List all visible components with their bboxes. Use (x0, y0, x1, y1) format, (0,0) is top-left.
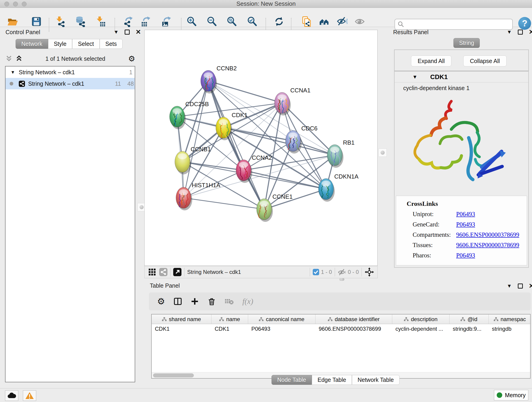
network-share-icon (19, 81, 25, 87)
network-canvas[interactable]: CCNB2CCNA1CDC25BCDK1CDC6RB1CCNB1CCNA2CDK… (144, 30, 378, 266)
crosslink-link[interactable]: P06493 (456, 211, 475, 218)
network-view-share-icon[interactable] (159, 268, 167, 276)
table-options-gear-icon[interactable]: ⚙ (157, 296, 165, 306)
horizontal-splitter-handle[interactable] (337, 278, 346, 281)
network-edge[interactable] (184, 81, 208, 198)
search-input[interactable] (404, 21, 507, 27)
expand-all-button[interactable]: Expand All (411, 56, 451, 66)
zoom-window-button[interactable] (22, 2, 27, 6)
minimize-window-button[interactable] (13, 2, 18, 6)
add-column-icon[interactable] (191, 297, 199, 306)
warnings-button[interactable] (23, 390, 36, 401)
show-columns-icon[interactable] (174, 297, 182, 306)
collapse-all-button[interactable]: Collapse All (463, 56, 507, 66)
delete-column-icon[interactable] (208, 297, 216, 306)
float-panel-icon[interactable] (125, 30, 130, 35)
open-session-button[interactable] (6, 16, 18, 27)
open-in-window-icon[interactable] (173, 268, 181, 276)
delete-table-icon[interactable] (225, 298, 234, 305)
network-node-cdkn1a[interactable]: CDKN1A (318, 173, 359, 202)
network-edge[interactable] (208, 81, 264, 209)
import-network-from-database-button[interactable] (75, 16, 86, 27)
table-row[interactable]: CDK1CDK1P064939606.ENSP00000378699cyclin… (152, 324, 530, 334)
collapse-all-icon[interactable] (6, 55, 12, 62)
table-cell[interactable]: P06493 (248, 324, 316, 334)
column-header-id[interactable]: @id (450, 314, 489, 324)
tab-edge-table[interactable]: Edge Table (312, 375, 352, 385)
float-panel-icon[interactable] (518, 30, 523, 35)
column-header-databaseidentifier[interactable]: database identifier (316, 314, 392, 324)
import-table-button[interactable] (94, 16, 106, 27)
network-edge[interactable] (184, 198, 264, 209)
tab-network-table[interactable]: Network Table (352, 375, 399, 385)
zoom-fit-button[interactable] (226, 16, 238, 27)
network-row[interactable]: String Network – cdk1 11 48 (6, 78, 135, 89)
crosslink-link[interactable]: 9606.ENSP00000378699 (456, 242, 519, 249)
table-cell[interactable]: CDK1 (211, 324, 248, 334)
table-cell[interactable]: 9606.ENSP00000378699 (316, 324, 392, 334)
network-edge[interactable] (208, 81, 335, 155)
network-collection-row[interactable]: ▼ String Network – cdk1 1 (6, 66, 135, 78)
zoom-selected-button[interactable] (246, 16, 258, 27)
hidden-eye-icon[interactable] (338, 268, 346, 276)
close-window-button[interactable] (4, 2, 9, 6)
scrollbar-thumb[interactable] (153, 373, 194, 377)
panel-menu-caret-icon[interactable]: ▼ (507, 283, 512, 289)
function-builder-icon[interactable]: f(x) (242, 297, 253, 306)
hide-selected-button[interactable] (336, 16, 348, 27)
network-node-ccnb2[interactable]: CCNB2 (201, 65, 237, 94)
zoom-in-button[interactable] (186, 16, 197, 27)
tab-sets[interactable]: Sets (100, 39, 123, 49)
new-network-from-selection-button[interactable] (301, 16, 313, 27)
table-cell[interactable]: stringdb (489, 324, 531, 334)
table-cell[interactable]: cyclin-dependent ... (392, 324, 450, 334)
network-node-ccne1[interactable]: CCNE1 (257, 193, 293, 222)
first-neighbors-button[interactable] (318, 16, 330, 27)
pan-crosshair-icon[interactable] (365, 267, 374, 277)
save-session-button[interactable] (31, 16, 42, 27)
apply-layout-button[interactable] (273, 16, 285, 27)
export-image-button[interactable] (160, 16, 172, 27)
network-node-rb1[interactable]: RB1 (327, 139, 355, 168)
zoom-out-button[interactable] (206, 16, 218, 27)
right-splitter-handle[interactable] (379, 148, 387, 157)
column-header-sharedname[interactable]: shared name (152, 314, 211, 324)
column-header-name[interactable]: name (211, 314, 248, 324)
section-collapse-caret-icon[interactable]: ▼ (412, 74, 418, 80)
show-all-button[interactable] (354, 16, 366, 27)
export-table-button[interactable] (140, 16, 152, 27)
crosslink-link[interactable]: 9606.ENSP00000378699 (456, 231, 519, 238)
close-panel-icon[interactable]: ✕ (136, 29, 141, 35)
collection-expand-caret-icon[interactable]: ▼ (11, 70, 15, 75)
cdk1-section-header[interactable]: ▼ CDK1 (394, 71, 528, 83)
network-options-gear-icon[interactable]: ⚙ (128, 54, 135, 63)
export-network-button[interactable] (122, 16, 134, 27)
network-edge[interactable] (208, 81, 282, 103)
column-header-canonicalname[interactable]: canonical name (248, 314, 316, 324)
network-edge[interactable] (223, 128, 335, 155)
cloud-button[interactable] (5, 390, 18, 401)
column-header-description[interactable]: description (392, 314, 450, 324)
table-cell[interactable]: CDK1 (152, 324, 211, 334)
tab-string[interactable]: String (453, 38, 480, 48)
close-panel-icon[interactable]: ✕ (529, 29, 532, 35)
tab-node-table[interactable]: Node Table (272, 375, 312, 385)
memory-button[interactable]: Memory (494, 390, 528, 400)
panel-menu-caret-icon[interactable]: ▼ (114, 29, 119, 35)
crosslink-link[interactable]: P06493 (456, 221, 475, 228)
import-network-button[interactable] (54, 16, 66, 27)
tab-network[interactable]: Network (16, 39, 48, 49)
grid-view-icon[interactable] (148, 268, 156, 276)
network-node-ccna1[interactable]: CCNA1 (274, 87, 310, 115)
column-header-namespac[interactable]: namespac (489, 314, 531, 324)
float-panel-icon[interactable] (518, 283, 523, 288)
panel-menu-caret-icon[interactable]: ▼ (507, 29, 512, 35)
network-edge[interactable] (244, 170, 326, 189)
tab-style[interactable]: Style (48, 39, 72, 49)
expand-all-icon[interactable] (16, 55, 22, 62)
close-panel-icon[interactable]: ✕ (529, 283, 532, 289)
crosslink-link[interactable]: P06493 (456, 252, 475, 259)
table-cell[interactable]: stringdb:9... (450, 324, 489, 334)
selected-checkbox-icon[interactable] (313, 269, 319, 275)
tab-select[interactable]: Select (72, 39, 99, 49)
